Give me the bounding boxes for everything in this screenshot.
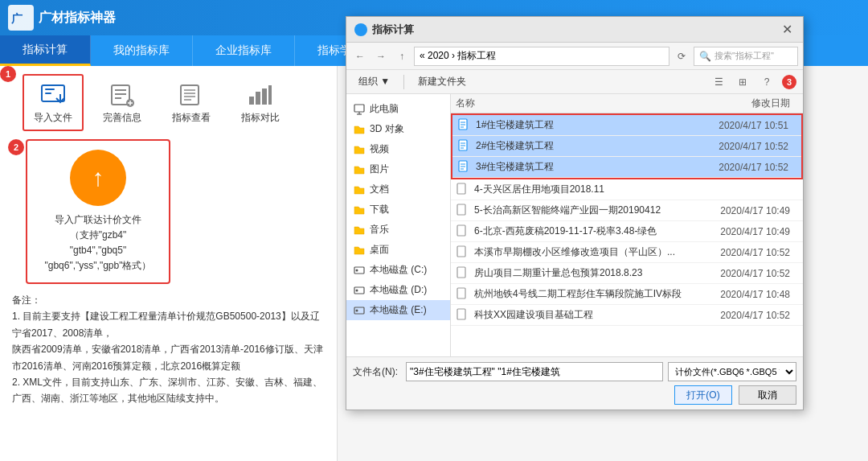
file-item-1[interactable]: 2#住宅楼建筑工程 2020/4/17 10:52 (452, 136, 801, 157)
forward-button[interactable]: → (372, 47, 390, 65)
logo-icon: 广 (8, 5, 34, 31)
compare-label: 指标对比 (241, 111, 280, 125)
notes-section: 备注： 1. 目前主要支持【建设工程工程量清单计价规范GB50500-2013】… (8, 292, 329, 407)
file-name-5: 6-北京-西苑废稿2019-11-17-税率3.48-绿色 (474, 224, 694, 238)
btn-row: 打开(O) 取消 (353, 385, 796, 405)
tab-library[interactable]: 我的指标库 (91, 35, 193, 66)
file-name-1: 2#住宅楼建筑工程 (476, 139, 692, 153)
nav-images-label: 图片 (370, 163, 389, 176)
open-button[interactable]: 打开(O) (674, 385, 732, 405)
svg-rect-43 (457, 183, 465, 194)
file-name-3: 4-天兴区居住用地项目2018.11 (474, 183, 694, 196)
file-list-pane: 名称 修改日期 1#住宅楼建筑工程 2020/4/17 10:51 (451, 94, 803, 356)
dialog-toolbar: 组织 ▼ 新建文件夹 ☰ ⊞ ? 3 (346, 70, 803, 94)
badge-3: 3 (782, 75, 796, 89)
nav-download[interactable]: 下载 (346, 200, 450, 220)
video-folder-icon (353, 143, 366, 156)
file-date-2: 2020/4/17 10:52 (692, 162, 796, 173)
refresh-button[interactable]: ⟳ (673, 47, 690, 65)
address-bar: ← → ↑ « 2020 › 指标工程 ⟳ 🔍 搜索"指标工程" (346, 43, 803, 70)
new-folder-button[interactable]: 新建文件夹 (412, 72, 472, 91)
toolbar-compare[interactable]: 指标对比 (230, 74, 291, 131)
computer-icon (353, 103, 366, 116)
file-date-5: 2020/4/17 10:49 (694, 226, 798, 237)
search-placeholder: 搜索"指标工程" (714, 50, 774, 62)
selected-files-group: 1#住宅楼建筑工程 2020/4/17 10:51 2#住宅楼建筑工程 2020… (451, 113, 803, 179)
svg-rect-3 (45, 88, 55, 90)
svg-rect-49 (457, 309, 465, 319)
toolbar-import[interactable]: 导入文件 (23, 74, 84, 131)
nav-disk-e-label: 本地磁盘 (E:) (370, 303, 427, 317)
view-label: 指标查看 (172, 111, 211, 125)
nav-disk-d-label: 本地磁盘 (D:) (370, 283, 427, 297)
svg-rect-47 (457, 267, 465, 278)
tab-enterprise[interactable]: 企业指标库 (193, 35, 295, 66)
organize-button[interactable]: 组织 ▼ (353, 72, 395, 91)
file-item-6[interactable]: 本溪市早期棚改小区维修改造项目（平山区）... 2020/4/17 10:52 (451, 242, 803, 263)
file-name-2: 3#住宅楼建筑工程 (476, 160, 692, 174)
file-item-5[interactable]: 6-北京-西苑废稿2019-11-17-税率3.48-绿色 2020/4/17 … (451, 221, 803, 242)
dialog-titlebar: 指标计算 ✕ (346, 17, 803, 43)
toolbar-view[interactable]: 指标查看 (161, 74, 222, 131)
nav-docs[interactable]: 文档 (346, 179, 450, 200)
nav-disk-c[interactable]: 本地磁盘 (C:) (346, 260, 450, 280)
breadcrumb[interactable]: « 2020 › 指标工程 (414, 47, 669, 66)
nav-docs-label: 文档 (370, 183, 389, 196)
svg-point-26 (356, 269, 358, 271)
filename-input[interactable] (406, 362, 663, 381)
view-list-icon[interactable]: ☰ (710, 73, 727, 91)
file-item-2[interactable]: 3#住宅楼建筑工程 2020/4/17 10:52 (452, 157, 801, 178)
nav-images[interactable]: 图片 (346, 159, 450, 179)
nav-3d[interactable]: 3D 对象 (346, 119, 450, 139)
file-item-7[interactable]: 房山项目二期重计量总包预算2018.8.23 2020/4/17 10:52 (451, 263, 803, 284)
download-folder-icon (353, 204, 366, 216)
nav-disk-d[interactable]: 本地磁盘 (D:) (346, 280, 450, 300)
search-bar[interactable]: 🔍 搜索"指标工程" (694, 47, 798, 66)
svg-point-28 (356, 289, 358, 291)
import-icon (39, 80, 68, 109)
view-grid-icon[interactable]: ⊞ (734, 73, 751, 91)
cancel-button[interactable]: 取消 (739, 385, 796, 405)
file-item-8[interactable]: 杭州地铁4号线二期工程彭住车辆段院施工IV标段 2020/4/17 10:48 (451, 284, 803, 305)
file-item-4[interactable]: 5-长治高新区智能终端产业园一期20190412 2020/4/17 10:49 (451, 200, 803, 221)
badge-2: 2 (8, 139, 24, 155)
filename-label: 文件名(N): (353, 365, 401, 379)
file-item-3[interactable]: 4-天兴区居住用地项目2018.11 (451, 179, 803, 200)
svg-text:广: 广 (10, 12, 23, 25)
file-name-8: 杭州地铁4号线二期工程彭住车辆段院施工IV标段 (474, 287, 694, 301)
back-button[interactable]: ← (351, 47, 369, 65)
svg-rect-20 (262, 88, 267, 105)
upload-area[interactable]: ↑ 导入广联达计价文件 （支持"gzb4" "gtb4","gbq5" "gbq… (26, 139, 170, 284)
nav-computer[interactable]: 此电脑 (346, 99, 450, 119)
filetype-select[interactable]: 计价文件(*.GBQ6 *.GBQ5 *.GI ▼ (668, 362, 796, 381)
nav-video[interactable]: 视频 (346, 139, 450, 159)
nav-music[interactable]: 音乐 (346, 220, 450, 240)
disk-c-icon (353, 264, 366, 277)
up-button[interactable]: ↑ (393, 47, 411, 65)
tab-calc[interactable]: 指标计算 (0, 35, 91, 66)
images-folder-icon (353, 163, 366, 176)
svg-rect-19 (256, 92, 260, 105)
col-date-header: 修改日期 (694, 97, 798, 110)
dialog-title-text: 指标计算 (372, 23, 779, 37)
file-name-6: 本溪市早期棚改小区维修改造项目（平山区）... (474, 245, 694, 259)
nav-desktop[interactable]: 桌面 (346, 240, 450, 260)
file-date-9: 2020/4/17 10:52 (694, 310, 798, 321)
view-icon (177, 80, 206, 109)
compare-icon (246, 80, 275, 109)
breadcrumb-pc: « 2020 › 指标工程 (420, 49, 496, 63)
toolbar-completion[interactable]: 完善信息 (92, 74, 153, 131)
svg-rect-22 (354, 105, 364, 112)
completion-icon (108, 80, 137, 109)
dialog-title-icon (354, 23, 367, 36)
file-date-7: 2020/4/17 10:52 (694, 268, 798, 279)
docs-folder-icon (353, 183, 366, 196)
nav-disk-e[interactable]: 本地磁盘 (E:) (346, 300, 450, 320)
file-item-0[interactable]: 1#住宅楼建筑工程 2020/4/17 10:51 (452, 115, 801, 136)
view-help-icon[interactable]: ? (758, 73, 776, 91)
file-item-9[interactable]: 科技XX园建设项目基础工程 2020/4/17 10:52 (451, 305, 803, 326)
dialog-close-button[interactable]: ✕ (779, 22, 795, 38)
desktop-folder-icon (353, 244, 366, 257)
file-icon-3 (456, 183, 470, 197)
import-label: 导入文件 (34, 111, 72, 125)
